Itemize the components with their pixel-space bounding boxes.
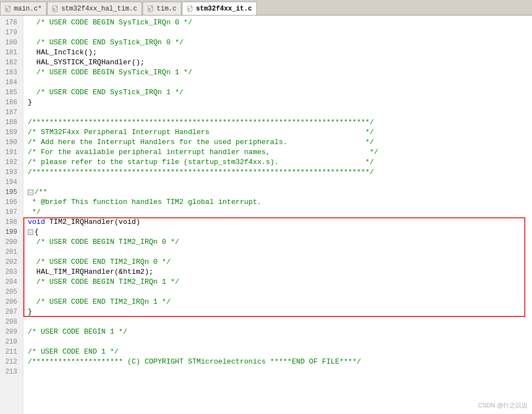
- code-text: /***************************************…: [28, 117, 374, 127]
- line-number: 197: [2, 207, 19, 217]
- code-line: HAL_SYSTICK_IRQHandler();: [28, 58, 532, 68]
- code-line: [28, 367, 532, 377]
- code-text: }: [28, 307, 32, 317]
- file-icon: C: [187, 6, 194, 12]
- code-text: /* USER CODE BEGIN TIM2_IRQn 1 */: [28, 277, 179, 287]
- line-number: 209: [2, 327, 19, 337]
- svg-text:C: C: [6, 8, 8, 11]
- tab-tim-c[interactable]: C tim.c: [143, 2, 181, 15]
- code-line: */: [28, 207, 532, 217]
- editor-container: C main.c* C stm32f4xx_hal_tim.c C tim.c …: [0, 0, 532, 414]
- file-icon: C: [52, 6, 59, 12]
- code-line: [28, 287, 532, 297]
- code-line: /* USER CODE END 1 */: [28, 347, 532, 357]
- line-number: 210: [2, 337, 19, 347]
- line-number: 205: [2, 287, 19, 297]
- line-number: 192: [2, 157, 19, 167]
- line-number: 203: [2, 267, 19, 277]
- code-line: HAL_TIM_IRQHandler(&htim2);: [28, 267, 532, 277]
- line-numbers: 1781791801811821831841851861871881891901…: [0, 16, 23, 414]
- svg-text:C: C: [188, 8, 190, 11]
- tab-stm32f4xx-it[interactable]: C stm32f4xx_it.c: [182, 2, 257, 15]
- line-number: 202: [2, 257, 19, 267]
- code-text: /* USER CODE BEGIN SysTick_IRQn 1 */: [28, 68, 192, 78]
- code-line: }: [28, 98, 532, 108]
- code-line: /* USER CODE BEGIN SysTick_IRQn 1 */: [28, 68, 532, 78]
- code-line: /***************************************…: [28, 167, 532, 177]
- code-line: /* USER CODE END TIM2_IRQn 1 */: [28, 297, 532, 307]
- code-line: /* USER CODE BEGIN TIM2_IRQn 1 */: [28, 277, 532, 287]
- code-line: /* USER CODE END SysTick_IRQn 0 */: [28, 38, 532, 48]
- line-number: 198: [2, 217, 19, 227]
- code-area: 1781791801811821831841851861871881891901…: [0, 16, 532, 414]
- line-number: 184: [2, 78, 19, 88]
- line-number: 179: [2, 28, 19, 38]
- code-text: /**: [34, 187, 47, 197]
- line-number: 200: [2, 237, 19, 247]
- code-text: /********************* (C) COPYRIGHT STM…: [28, 357, 361, 367]
- code-line: -{: [28, 227, 532, 237]
- code-text: HAL_SYSTICK_IRQHandler();: [28, 58, 145, 68]
- code-text: /* USER CODE BEGIN TIM2_IRQn 0 */: [28, 237, 179, 247]
- code-line: [28, 317, 532, 327]
- svg-text:C: C: [53, 8, 55, 11]
- code-line: /* USER CODE BEGIN 1 */: [28, 327, 532, 337]
- code-text: /* USER CODE END TIM2_IRQn 0 */: [28, 257, 170, 267]
- code-text: /* Add here the Interrupt Handlers for t…: [28, 137, 374, 147]
- svg-text:C: C: [149, 8, 151, 11]
- line-number: 181: [2, 48, 19, 58]
- code-text: /***************************************…: [28, 167, 374, 177]
- line-number: 195: [2, 187, 19, 197]
- line-number: 188: [2, 117, 19, 127]
- tab-label: tim.c: [156, 5, 176, 13]
- code-line: [28, 28, 532, 38]
- code-line: -/**: [28, 187, 532, 197]
- code-line: /* For the available peripheral interrup…: [28, 147, 532, 157]
- tab-bar: C main.c* C stm32f4xx_hal_tim.c C tim.c …: [0, 0, 532, 16]
- line-number: 191: [2, 147, 19, 157]
- code-line: /* USER CODE END TIM2_IRQn 0 */: [28, 257, 532, 267]
- line-number: 208: [2, 317, 19, 327]
- line-number: 213: [2, 367, 19, 377]
- code-text: /* USER CODE END SysTick_IRQn 0 */: [28, 38, 184, 48]
- tab-main-c[interactable]: C main.c*: [0, 2, 47, 15]
- line-number: 201: [2, 247, 19, 257]
- code-text: void TIM2_IRQHandler(void): [28, 217, 140, 227]
- line-number: 187: [2, 108, 19, 117]
- code-text: {: [34, 227, 39, 237]
- tab-stm32f4xx-hal-tim[interactable]: C stm32f4xx_hal_tim.c: [47, 2, 142, 15]
- code-text: /* please refer to the startup file (sta…: [28, 157, 374, 167]
- code-line: [28, 337, 532, 347]
- code-line: }: [28, 307, 532, 317]
- line-number: 185: [2, 88, 19, 98]
- line-number: 183: [2, 68, 19, 78]
- tab-label: stm32f4xx_hal_tim.c: [61, 5, 137, 13]
- line-number: 206: [2, 297, 19, 307]
- code-line: /***************************************…: [28, 117, 532, 127]
- code-text: /* USER CODE BEGIN SysTick_IRQn 0 */: [28, 18, 192, 28]
- watermark: CSDN @行之以边: [478, 401, 528, 410]
- fold-icon[interactable]: -: [28, 229, 33, 235]
- code-line: /********************* (C) COPYRIGHT STM…: [28, 357, 532, 367]
- code-content[interactable]: /* USER CODE BEGIN SysTick_IRQn 0 */ /* …: [23, 16, 532, 414]
- line-number: 190: [2, 137, 19, 147]
- code-text: }: [28, 98, 32, 108]
- line-number: 212: [2, 357, 19, 367]
- line-number: 194: [2, 177, 19, 187]
- code-text: HAL_IncTick();: [28, 48, 97, 58]
- line-number: 186: [2, 98, 19, 108]
- code-line: * @brief This function handles TIM2 glob…: [28, 197, 532, 207]
- code-text: /* USER CODE END 1 */: [28, 347, 119, 357]
- fold-icon[interactable]: -: [28, 190, 33, 195]
- code-line: /* USER CODE BEGIN TIM2_IRQn 0 */: [28, 237, 532, 247]
- code-line: /* USER CODE BEGIN SysTick_IRQn 0 */: [28, 18, 532, 28]
- line-number: 178: [2, 18, 19, 28]
- code-line: /* Add here the Interrupt Handlers for t…: [28, 137, 532, 147]
- line-number: 180: [2, 38, 19, 48]
- code-line: [28, 78, 532, 88]
- tab-label: stm32f4xx_it.c: [196, 5, 252, 13]
- line-number: 196: [2, 197, 19, 207]
- code-line: [28, 177, 532, 187]
- file-icon: C: [148, 6, 154, 12]
- code-text: HAL_TIM_IRQHandler(&htim2);: [28, 267, 153, 277]
